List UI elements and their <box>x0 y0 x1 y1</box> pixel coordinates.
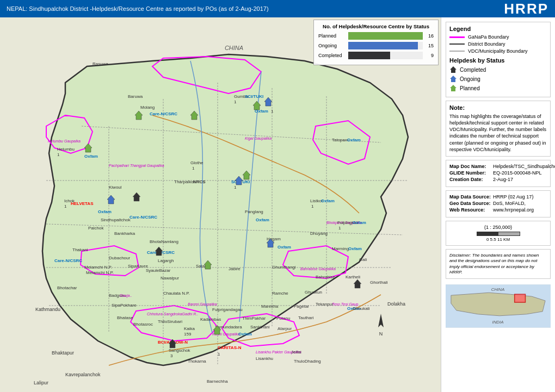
svg-text:CHINA: CHINA <box>225 45 243 51</box>
meta-row: GLIDE Number:EQ-2015-000048-NPL <box>449 170 547 176</box>
svg-text:Kadambas: Kadambas <box>200 317 221 322</box>
bar-label: Ongoing <box>318 43 348 48</box>
svg-text:Kartheli: Kartheli <box>346 275 360 279</box>
disclaimer-section: Disclaimer: The boundaries and names sho… <box>446 249 551 279</box>
datasource-section: Map Data Source:HRRP (02 Aug 17)Geo Data… <box>446 190 551 217</box>
datasource-key: Geo Data Source: <box>449 201 493 206</box>
svg-text:SCI/TUKI: SCI/TUKI <box>245 94 263 99</box>
svg-text:Bhotachar: Bhotachar <box>57 285 77 290</box>
svg-marker-150 <box>450 76 457 82</box>
svg-text:Kaika: Kaika <box>184 326 195 331</box>
scale-section: (1 : 250,000) 0 5.5 11 KM <box>446 221 551 246</box>
svg-text:CARITAS-N: CARITAS-N <box>218 345 242 350</box>
datasource-row: Web Resource:www.hrrpnepal.org <box>449 207 547 213</box>
legend-ganapa: GaNaPa Boundary <box>468 34 509 40</box>
svg-text:ThimPakhar: ThimPakhar <box>242 316 266 321</box>
chart-bar-row: Planned 16 <box>318 32 434 40</box>
svg-text:Sankthani: Sankthani <box>250 325 270 329</box>
meta-key: GLIDE Number: <box>449 170 493 176</box>
svg-text:Chaulata N.P.: Chaulata N.P. <box>163 291 190 296</box>
svg-text:Lagargh: Lagargh <box>158 258 174 263</box>
map-area: No. of Helpdesk/Resource Centre by Statu… <box>0 17 441 392</box>
svg-text:Dhuyang: Dhuyang <box>310 231 328 236</box>
svg-text:Ichok: Ichok <box>64 198 75 203</box>
svg-text:ThuloDhading: ThuloDhading <box>294 359 321 364</box>
svg-text:ThiloSirubari: ThiloSirubari <box>158 319 182 324</box>
svg-text:Rasuwa: Rasuwa <box>92 61 108 66</box>
svg-text:Dolakha: Dolakha <box>387 301 405 307</box>
chart-bar-row: Ongoing 15 <box>318 42 434 49</box>
svg-text:Pagetar: Pagetar <box>294 304 309 309</box>
page-header: NEPAL: Sindhupalchok District -Helpdesk/… <box>0 0 555 17</box>
scale-text: (1 : 250,000) <box>449 225 547 230</box>
svg-text:Kiwoul: Kiwoul <box>109 185 122 190</box>
svg-text:Kigal Gaupalika: Kigal Gaupalika <box>245 136 272 141</box>
meta-key: Map Doc Name: <box>449 164 493 169</box>
legend-title: Legend <box>449 26 547 32</box>
svg-text:Kathmandu: Kathmandu <box>35 307 60 312</box>
svg-text:Thakani: Thakani <box>72 247 88 252</box>
svg-text:Gali: Gali <box>359 257 367 262</box>
legend-planned: Planned <box>460 85 480 91</box>
svg-text:Pachpalhari Thangpal Gaupalika: Pachpalhari Thangpal Gaupalika <box>109 164 164 168</box>
svg-text:Care-N/CSRC: Care-N/CSRC <box>150 111 177 116</box>
svg-text:Melamchi N.P.: Melamchi N.P. <box>84 265 112 270</box>
bar-outer <box>348 42 423 49</box>
svg-marker-149 <box>450 66 457 73</box>
legend-district: District Boundary <box>468 41 505 47</box>
svg-text:Atarpur: Atarpur <box>278 326 292 331</box>
bar-label: Completed <box>318 53 348 58</box>
svg-text:Bahrabise: Bahrabise <box>316 275 336 279</box>
bar-inner <box>348 52 390 59</box>
chart-bar-row: Completed 9 <box>318 52 434 59</box>
svg-text:1: 1 <box>234 99 237 104</box>
meta-val: EQ-2015-000048-NPL <box>493 170 547 176</box>
svg-text:1: 1 <box>218 352 220 357</box>
svg-rect-154 <box>515 295 526 303</box>
svg-text:Nawalpur: Nawalpur <box>161 276 179 281</box>
svg-text:Bhatase: Bhatase <box>117 315 133 320</box>
svg-text:CHINA: CHINA <box>491 288 505 293</box>
legend-completed: Completed <box>460 67 486 73</box>
bar-inner <box>348 42 418 49</box>
mini-map: CHINA INDIA <box>446 284 551 328</box>
header-logo: HRRP <box>504 1 548 17</box>
legend-ongoing: Ongoing <box>460 76 480 82</box>
svg-text:Oxfam: Oxfam <box>348 246 362 251</box>
page-title: NEPAL: Sindhupalchok District -Helpdesk/… <box>7 5 269 12</box>
svg-text:Panglang: Panglang <box>245 209 263 214</box>
svg-text:Oxfam: Oxfam <box>278 245 291 250</box>
bar-outer <box>348 52 423 59</box>
svg-text:SipaKavre: SipaKavre <box>128 264 148 269</box>
right-panel: Legend GaNaPa Boundary District Boundary… <box>441 17 555 392</box>
svg-text:Thokarna: Thokarna <box>188 359 206 364</box>
svg-text:Tauthari: Tauthari <box>298 315 314 320</box>
meta-section: Map Doc Name:Helpdesk/TSC_SindhupalchokG… <box>446 160 551 187</box>
svg-text:Dubachour: Dubachour <box>109 256 130 260</box>
chart-title: No. of Helpdesk/Resource Centre by Statu… <box>318 23 434 29</box>
svg-text:INDIA: INDIA <box>492 320 503 325</box>
svg-text:Melamchi N.P.: Melamchi N.P. <box>86 270 114 275</box>
meta-rows: Map Doc Name:Helpdesk/TSC_SindhupalchokG… <box>449 164 547 182</box>
svg-text:Oxfam: Oxfam <box>256 217 269 222</box>
svg-text:1: 1 <box>57 152 60 157</box>
svg-text:Tharpalkot: Tharpalkot <box>174 179 195 184</box>
svg-text:Palchok: Palchok <box>88 226 104 231</box>
datasource-val: HRRP (02 Aug 17) <box>493 194 547 200</box>
svg-text:Bhotasroc: Bhotasroc <box>133 322 153 327</box>
bar-label: Planned <box>318 33 348 39</box>
datasource-key: Map Data Source: <box>449 194 493 200</box>
svg-text:Ghorthali: Ghorthali <box>370 280 388 285</box>
scale-bar: 0 5.5 11 KM <box>449 237 547 242</box>
svg-text:Kavrepalanchok: Kavrepalanchok <box>65 372 101 377</box>
note-section: Note: This map highlights the coverage/s… <box>446 101 551 157</box>
meta-row: Map Doc Name:Helpdesk/TSC_Sindhupalchok <box>449 164 547 169</box>
svg-text:Bhaktapur: Bhaktapur <box>52 350 74 356</box>
helpdesk-status-title: Helpdesk by Status <box>449 57 547 64</box>
bar-outer <box>348 32 423 40</box>
svg-text:3: 3 <box>170 353 173 358</box>
legend-section: Legend GaNaPa Boundary District Boundary… <box>446 22 551 97</box>
svg-text:Care-N/CSRC: Care-N/CSRC <box>54 258 82 263</box>
datasource-val: DoS, MoFALD, <box>493 201 547 206</box>
svg-text:Barnechha: Barnechha <box>207 379 228 384</box>
